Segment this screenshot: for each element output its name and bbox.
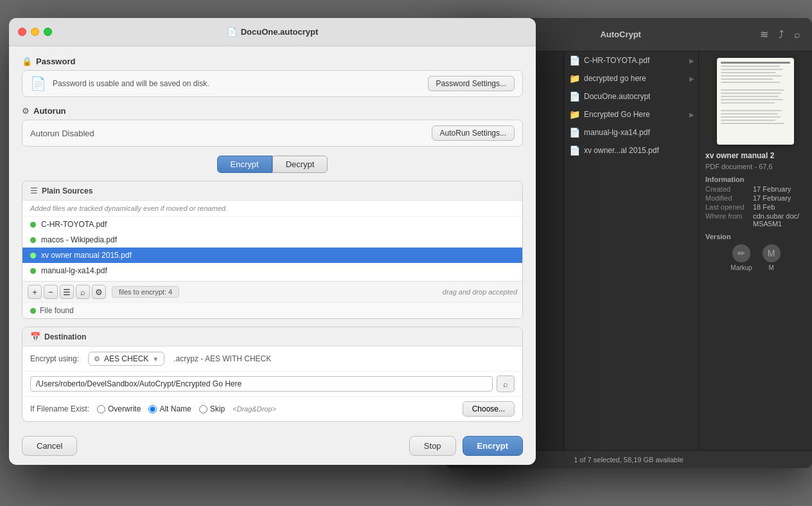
preview-filename: xv owner manual 2 <box>705 151 806 160</box>
finder-status-text: 1 of 7 selected, 58,19 GB available <box>574 456 684 464</box>
encrypt-tab-button[interactable]: Encrypt <box>217 156 272 173</box>
aes-extension-label: .acrypz - AES WITH CHECK <box>173 354 271 363</box>
close-button[interactable] <box>18 28 26 36</box>
overwrite-radio[interactable] <box>97 405 105 413</box>
sources-file-list: C-HR-TOYOTA.pdf macos - Wikipedia.pdf xv… <box>22 217 522 281</box>
sources-panel-label: Plain Sources <box>42 186 93 195</box>
password-row: 📄 Password is usable and will be saved o… <box>22 70 523 97</box>
dialog-footer: Cancel Stop Encrypt <box>22 429 523 456</box>
drag-drop-label: drag and drop accepted <box>443 288 517 296</box>
choose-button[interactable]: Choose... <box>463 401 515 417</box>
list-view-button[interactable]: ☰ <box>60 285 74 299</box>
destination-panel-header: 📅 Destination <box>22 327 522 347</box>
sources-toolbar: + − ☰ ⌕ ⚙ files to encrypt: 4 drag and d… <box>22 281 522 302</box>
preview-markup-label: Markup <box>730 264 752 271</box>
preview-modified-key: Modified <box>705 194 750 202</box>
dialog-body: 🔒 Password 📄 Password is usable and will… <box>9 46 536 465</box>
search-file-button[interactable]: ⌕ <box>76 285 90 299</box>
source-filename-0: C-HR-TOYOTA.pdf <box>41 220 107 229</box>
algorithm-name: AES CHECK <box>104 354 148 363</box>
cancel-button[interactable]: Cancel <box>22 436 77 456</box>
remove-file-button[interactable]: − <box>44 285 58 299</box>
filename-exist-row: If Filename Exist: Overwrite Alt Name Sk… <box>22 397 522 421</box>
file-status-dot-0 <box>30 222 36 228</box>
finder-file-encrypted[interactable]: 📁 Encrypted Go Here ▶ <box>564 105 698 123</box>
destination-label: Destination <box>44 332 86 341</box>
drag-drop-small-label: <Drag&Drop> <box>233 405 276 413</box>
finder-file-manual-lg[interactable]: 📄 manual-lg-xa14.pdf <box>564 123 698 141</box>
file-found-text: File found <box>40 306 74 315</box>
source-filename-3: manual-lg-xa14.pdf <box>41 266 107 275</box>
source-file-2[interactable]: xv owner manual 2015.pdf <box>22 248 522 263</box>
altname-radio[interactable] <box>148 405 157 413</box>
preview-lastopened-val: 18 Feb <box>753 203 775 211</box>
source-file-0[interactable]: C-HR-TOYOTA.pdf <box>22 217 522 232</box>
destination-icon: 📅 <box>30 332 40 341</box>
finder-file-xv[interactable]: 📄 xv owner...al 2015.pdf <box>564 141 698 159</box>
source-file-3[interactable]: manual-lg-xa14.pdf <box>22 263 522 278</box>
preview-version-label: Version <box>705 233 806 240</box>
finder-preview: xv owner manual 2 PDF document - 67,6 In… <box>699 51 812 450</box>
file-found-dot <box>30 308 36 314</box>
algorithm-select[interactable]: ⚙ AES CHECK ▼ <box>88 352 164 366</box>
autorun-status: Autorun Disabled <box>30 129 425 138</box>
file-found-row: File found <box>22 302 522 318</box>
lock-icon: 🔒 <box>22 57 32 66</box>
list-icon: ☰ <box>30 186 38 195</box>
finder-file-list: 📄 C-HR-TOYOTA.pdf ▶ 📁 decrypted go here … <box>564 51 699 450</box>
zoom-button[interactable] <box>44 28 52 36</box>
password-info-text: Password is usable and will be saved on … <box>53 79 209 88</box>
files-count-badge: files to encrypt: 4 <box>112 286 179 298</box>
chevron-down-icon: ▼ <box>152 356 159 363</box>
destination-path-browse-button[interactable]: ⌕ <box>497 375 515 392</box>
traffic-lights <box>18 28 52 36</box>
altname-radio-group[interactable]: Alt Name <box>148 404 191 413</box>
encrypt-using-row: Encrypt using: ⚙ AES CHECK ▼ .acrypz - A… <box>22 347 522 372</box>
file-status-dot-3 <box>30 268 36 274</box>
preview-lastopened-key: Last opened <box>705 203 750 211</box>
destination-path-input[interactable] <box>30 376 493 392</box>
preview-modified-val: 17 February <box>753 194 791 202</box>
finder-share-icon[interactable]: ⤴ <box>776 26 786 43</box>
overwrite-radio-group[interactable]: Overwrite <box>97 404 141 413</box>
source-filename-1: macos - Wikipedia.pdf <box>41 235 117 244</box>
autorun-section: ⚙ Autorun Autorun Disabled AutoRun Setti… <box>22 106 523 147</box>
stop-button[interactable]: Stop <box>409 436 456 456</box>
skip-radio-group[interactable]: Skip <box>199 404 225 413</box>
password-section: 🔒 Password 📄 Password is usable and will… <box>22 57 523 97</box>
autorun-settings-button[interactable]: AutoRun Settings... <box>432 125 515 141</box>
password-settings-button[interactable]: Password Settings... <box>428 76 515 91</box>
minimize-button[interactable] <box>31 28 39 36</box>
finder-sort-icon[interactable]: ≋ <box>757 26 771 43</box>
finder-file-docuone[interactable]: 📄 DocuOne.autocrypt <box>564 87 698 105</box>
decrypt-tab-button[interactable]: Decrypt <box>272 156 328 173</box>
finder-search-icon[interactable]: ⌕ <box>791 26 803 43</box>
preview-created-key: Created <box>705 185 750 193</box>
finder-file-chr[interactable]: 📄 C-HR-TOYOTA.pdf ▶ <box>564 51 698 69</box>
finder-main: 📄 C-HR-TOYOTA.pdf ▶ 📁 decrypted go here … <box>564 51 812 450</box>
preview-thumbnail <box>717 58 794 145</box>
password-section-header: 🔒 Password <box>22 57 523 66</box>
gear-icon: ⚙ <box>22 106 30 116</box>
skip-radio[interactable] <box>199 405 207 413</box>
settings-file-button[interactable]: ⚙ <box>92 285 106 299</box>
preview-wherefrom-key: Where from <box>705 212 750 228</box>
source-file-1[interactable]: macos - Wikipedia.pdf <box>22 232 522 248</box>
algo-gear-icon: ⚙ <box>94 355 100 363</box>
autorun-section-header: ⚙ Autorun <box>22 106 523 116</box>
preview-info-label: Information <box>705 176 806 183</box>
encrypt-using-label: Encrypt using: <box>30 354 82 363</box>
file-status-dot-1 <box>30 237 36 243</box>
enc-dec-tabs: Encrypt Decrypt <box>22 156 523 173</box>
autorun-row: Autorun Disabled AutoRun Settings... <box>22 120 523 147</box>
encrypt-main-button[interactable]: Encrypt <box>463 436 523 456</box>
add-file-button[interactable]: + <box>28 285 42 299</box>
destination-path-row: ⌕ <box>22 372 522 397</box>
source-filename-2: xv owner manual 2015.pdf <box>41 251 132 260</box>
dialog-window: 📄 DocuOne.autocrypt 🔒 Password 📄 Passwor… <box>9 18 536 465</box>
finder-file-decrypted[interactable]: 📁 decrypted go here ▶ <box>564 69 698 87</box>
password-info: Password is usable and will be saved on … <box>53 79 421 88</box>
preview-subtitle: PDF document - 67,6 <box>705 163 806 170</box>
sources-panel: ☰ Plain Sources Added files are tracked … <box>22 181 523 319</box>
file-icon: 📄 <box>30 76 46 91</box>
